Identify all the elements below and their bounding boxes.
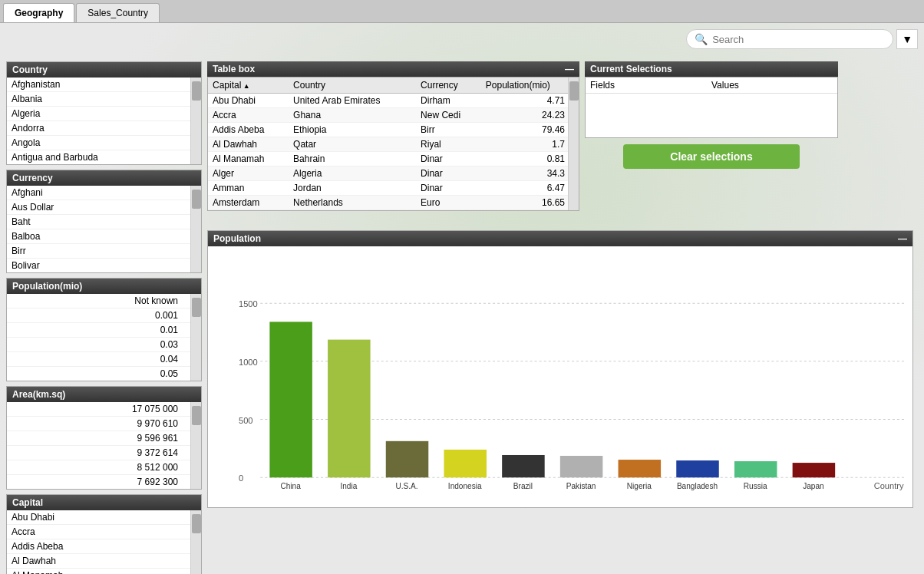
table-row[interactable]: Abu Dhabi United Arab Emirates Dirham 4.… [208,94,579,108]
list-item[interactable]: 17 075 000 [7,402,190,417]
current-selections-body: Fields Values [585,77,838,138]
table-box-minimize[interactable]: — [565,64,574,74]
list-item[interactable]: Antigua and Barbuda [7,150,190,164]
x-label-indonesia: Indonesia [448,482,482,490]
cell-population: 79.46 [481,123,579,137]
chart-area: 0 500 1000 1500 China India U.S.A. [208,246,912,507]
x-label-pakistan: Pakistan [566,482,596,490]
bar-bangladesh[interactable] [676,460,719,477]
table-scrollbar[interactable] [568,78,579,210]
currency-panel-header: Currency [7,170,201,186]
list-item[interactable]: Algeria [7,107,190,121]
cell-country: Netherlands [289,196,416,210]
search-icon: 🔍 [695,33,708,45]
search-input[interactable] [712,34,873,45]
list-item[interactable]: Bolivar [7,259,190,272]
population-panel: Population(mio) Not known 0.001 0.01 0.0… [6,278,202,381]
country-list: Afghanistan Albania Algeria Andorra Ango… [7,78,190,164]
cell-capital: Amsterdam [208,196,289,210]
area-list: 17 075 000 9 970 610 9 596 961 9 372 614… [7,402,190,489]
bar-pakistan[interactable] [560,456,603,477]
y-label-1000: 1000 [239,358,258,367]
list-item[interactable]: 9 596 961 [7,431,190,446]
population-scrollbar[interactable] [190,294,201,381]
cell-country: Jordan [289,181,416,196]
col-header-country[interactable]: Country [289,78,416,94]
tab-geography[interactable]: Geography [3,3,74,22]
bar-indonesia[interactable] [444,450,487,477]
list-item[interactable]: Al Manamah [7,569,190,574]
bar-india[interactable] [328,340,371,478]
table-wrap: Capital Country Currency Population(mio)… [207,77,579,211]
list-item[interactable]: Al Dawhah [7,554,190,569]
x-label-india: India [340,482,357,490]
currency-scrollbar[interactable] [190,186,201,272]
capital-panel: Capital Abu Dhabi Accra Addis Abeba Al D… [6,494,202,574]
bar-china[interactable] [269,322,312,477]
table-row[interactable]: Amsterdam Netherlands Euro 16.65 [208,196,579,210]
search-bar: 🔍 ▼ [686,29,918,49]
x-axis-label: Country [874,481,904,490]
list-item[interactable]: 0.001 [7,308,190,323]
cell-currency: Euro [416,196,481,210]
list-item[interactable]: Balboa [7,229,190,244]
table-row[interactable]: Amman Jordan Dinar 6.47 [208,181,579,196]
area-scrollbar[interactable] [190,402,201,489]
bar-nigeria[interactable] [619,460,662,477]
table-box-header: Table box — [207,61,579,77]
table-row[interactable]: Accra Ghana New Cedi 24.23 [208,108,579,123]
capital-scrollbar[interactable] [190,510,201,574]
cell-population: 4.71 [481,94,579,108]
table-row[interactable]: Alger Algeria Dinar 34.3 [208,167,579,181]
cell-country: Algeria [289,167,416,181]
cell-population: 24.23 [481,108,579,123]
bar-japan[interactable] [793,463,836,477]
list-item[interactable]: 0.01 [7,323,190,338]
table-row[interactable]: Al Manamah Bahrain Dinar 0.81 [208,152,579,167]
area-panel-body: 17 075 000 9 970 610 9 596 961 9 372 614… [7,402,201,489]
search-box-wrap: 🔍 [686,29,893,49]
list-item[interactable]: 0.04 [7,352,190,367]
list-item[interactable]: Birr [7,244,190,259]
clear-selections-button[interactable]: Clear selections [623,144,800,169]
list-item[interactable]: Angola [7,136,190,150]
list-item[interactable]: 8 512 000 [7,460,190,475]
list-item[interactable]: 0.03 [7,338,190,352]
population-chart-header: Population — [208,231,912,246]
list-item[interactable]: Afghanistan [7,78,190,92]
capital-panel-body: Abu Dhabi Accra Addis Abeba Al Dawhah Al… [7,510,201,574]
cell-capital: Accra [208,108,289,123]
population-chart-minimize[interactable]: — [898,233,907,244]
list-item[interactable]: 0.05 [7,367,190,381]
col-header-capital[interactable]: Capital [208,78,289,94]
country-scrollbar[interactable] [190,78,201,164]
list-item[interactable]: Aus Dollar [7,200,190,215]
tab-sales-country[interactable]: Sales_Country [76,3,160,22]
bar-russia[interactable] [734,461,777,477]
list-item[interactable]: Addis Abeba [7,539,190,554]
y-label-500: 500 [239,416,253,425]
bar-brazil[interactable] [502,455,545,477]
list-item[interactable]: Afghani [7,186,190,200]
table-row[interactable]: Al Dawhah Qatar Riyal 1.7 [208,137,579,152]
list-item[interactable]: 7 692 300 [7,475,190,489]
list-item[interactable]: Abu Dhabi [7,510,190,525]
table-row[interactable]: Addis Abeba Ethiopia Birr 79.46 [208,123,579,137]
list-item[interactable]: Andorra [7,121,190,136]
col-header-currency[interactable]: Currency [416,78,481,94]
left-panels: Country Afghanistan Albania Algeria Ando… [6,61,202,574]
list-item[interactable]: Accra [7,525,190,539]
list-item[interactable]: Baht [7,215,190,229]
currency-panel-body: Afghani Aus Dollar Baht Balboa Birr Boli… [7,186,201,272]
bar-usa[interactable] [386,441,429,477]
list-item[interactable]: Albania [7,92,190,107]
capital-list: Abu Dhabi Accra Addis Abeba Al Dawhah Al… [7,510,190,574]
cell-population: 1.7 [481,137,579,152]
list-item[interactable]: 9 970 610 [7,417,190,431]
col-header-population[interactable]: Population(mio) [481,78,579,94]
list-item[interactable]: 9 372 614 [7,446,190,460]
cell-currency: Birr [416,123,481,137]
list-item[interactable]: Not known [7,294,190,308]
search-dropdown-button[interactable]: ▼ [896,29,918,49]
cell-capital: Addis Abeba [208,123,289,137]
